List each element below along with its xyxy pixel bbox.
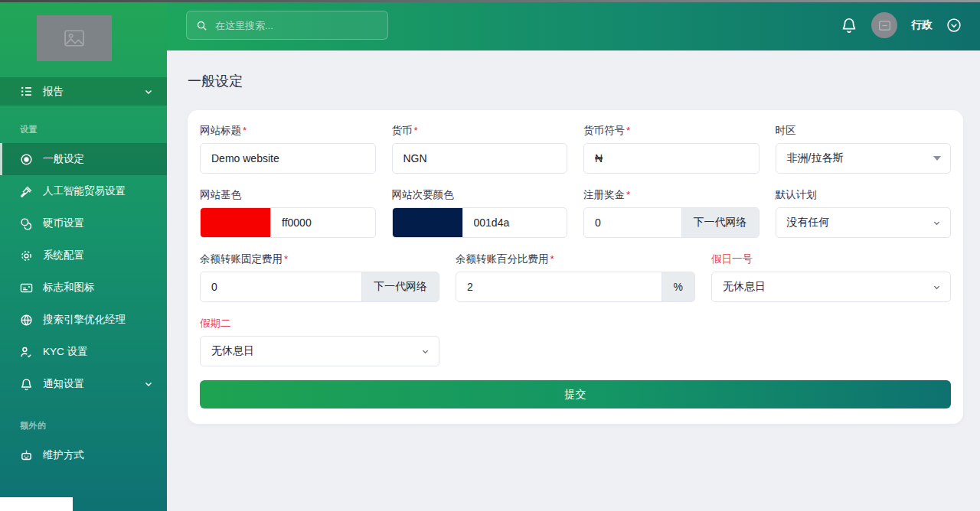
chevron-down-icon bbox=[144, 379, 153, 389]
percent-transfer-charge-addon: % bbox=[662, 272, 694, 301]
percent-transfer-charge-label: 余额转账百分比费用* bbox=[456, 252, 695, 266]
sidebar-item-label: 硬币设置 bbox=[43, 216, 167, 230]
sidebar-item-kyc-settings[interactable]: KYC 设置 bbox=[0, 336, 167, 368]
logo[interactable] bbox=[37, 15, 112, 61]
currency-input[interactable] bbox=[393, 144, 567, 173]
timezone-label: 时区 bbox=[776, 124, 952, 138]
bell-icon bbox=[20, 378, 33, 391]
holiday-one-selected-value: 无休息日 bbox=[723, 280, 933, 294]
sidebar-item-general-settings[interactable]: 一般设定 bbox=[0, 143, 167, 175]
image-card-icon bbox=[20, 282, 33, 295]
sidebar-item-label: 维护方式 bbox=[43, 448, 167, 462]
sidebar-item-label: KYC 设置 bbox=[43, 345, 167, 359]
base-color-input[interactable] bbox=[271, 208, 375, 237]
secondary-color-swatch[interactable] bbox=[393, 208, 463, 237]
coins-icon bbox=[20, 217, 33, 230]
bullseye-icon bbox=[20, 153, 33, 166]
site-title-input[interactable] bbox=[201, 144, 375, 173]
sidebar-item-label: 一般设定 bbox=[43, 152, 167, 166]
currency-symbol-input[interactable] bbox=[584, 144, 759, 173]
user-check-icon bbox=[20, 346, 33, 359]
avatar[interactable] bbox=[871, 12, 897, 38]
globe-icon bbox=[20, 314, 33, 327]
percent-transfer-charge-input[interactable] bbox=[456, 272, 662, 301]
user-name[interactable]: 行政 bbox=[911, 18, 933, 32]
sidebar-item-label: 标志和图标 bbox=[43, 281, 167, 295]
sidebar-section-settings: 设置 bbox=[0, 113, 167, 143]
required-asterisk: * bbox=[243, 125, 247, 136]
sidebar-section-extra: 额外的 bbox=[0, 400, 167, 439]
main-content: 一般设定 网站标题* 货币* 货币符号* 时区 非洲/拉各斯 bbox=[167, 50, 980, 511]
sidebar-item-logo-icons[interactable]: 标志和图标 bbox=[0, 272, 167, 304]
secondary-color-input[interactable] bbox=[463, 208, 567, 237]
required-asterisk: * bbox=[626, 125, 630, 136]
sidebar-item-label: 通知设置 bbox=[43, 377, 144, 391]
avatar-image-icon bbox=[879, 21, 890, 31]
chevron-down-icon bbox=[933, 283, 941, 291]
submit-button[interactable]: 提交 bbox=[200, 380, 951, 408]
list-icon bbox=[20, 85, 33, 98]
holiday-two-label: 假期二 bbox=[200, 317, 439, 330]
chevron-down-icon bbox=[144, 87, 153, 96]
sidebar-item-notification-settings[interactable]: 通知设置 bbox=[0, 368, 167, 400]
top-edge-strip bbox=[0, 0, 980, 2]
default-plan-select[interactable]: 没有任何 bbox=[776, 207, 952, 238]
default-plan-label: 默认计划 bbox=[776, 188, 952, 202]
registration-bonus-addon: 下一代网络 bbox=[681, 208, 759, 237]
required-asterisk: * bbox=[284, 253, 288, 265]
holiday-two-selected-value: 无休息日 bbox=[211, 344, 421, 358]
registration-bonus-label: 注册奖金* bbox=[583, 188, 760, 202]
fixed-transfer-charge-input[interactable] bbox=[201, 272, 361, 301]
gear-icon bbox=[20, 249, 33, 262]
general-settings-card: 网站标题* 货币* 货币符号* 时区 非洲/拉各斯 bbox=[188, 110, 963, 424]
chevron-down-icon bbox=[421, 347, 430, 356]
required-asterisk: * bbox=[550, 253, 554, 265]
logo-placeholder-icon bbox=[64, 30, 84, 47]
sidebar-item-system-configuration[interactable]: 系统配置 bbox=[0, 239, 167, 272]
holiday-two-select[interactable]: 无休息日 bbox=[200, 336, 439, 366]
sidebar-item-ai-trade-settings[interactable]: 人工智能贸易设置 bbox=[0, 175, 167, 207]
select-caret-icon bbox=[933, 156, 941, 161]
currency-label: 货币* bbox=[392, 124, 568, 138]
general-settings-form: 网站标题* 货币* 货币符号* 时区 非洲/拉各斯 bbox=[200, 124, 951, 408]
sidebar-item-label: 人工智能贸易设置 bbox=[43, 184, 167, 198]
sidebar-item-label: 系统配置 bbox=[43, 249, 167, 262]
sidebar-item-report[interactable]: 报告 bbox=[0, 77, 167, 106]
fixed-transfer-charge-label: 余额转账固定费用* bbox=[200, 252, 439, 266]
default-plan-selected-value: 没有任何 bbox=[787, 216, 933, 229]
currency-symbol-label: 货币符号* bbox=[583, 124, 760, 138]
search-input[interactable] bbox=[215, 20, 378, 31]
chevron-down-icon bbox=[933, 219, 941, 227]
search-box[interactable] bbox=[186, 11, 388, 40]
page-title: 一般设定 bbox=[188, 72, 961, 90]
holiday-one-select[interactable]: 无休息日 bbox=[711, 272, 951, 302]
base-color-label: 网站基色 bbox=[200, 188, 376, 202]
sidebar-item-label: 报告 bbox=[43, 85, 144, 99]
holiday-one-label: 假日一号 bbox=[711, 252, 951, 266]
sidebar: 报告 设置 一般设定 人工智能贸易设置 硬币设置 bbox=[0, 0, 167, 511]
topbar: 行政 bbox=[167, 0, 980, 50]
registration-bonus-input[interactable] bbox=[584, 208, 681, 237]
bottom-left-overlay bbox=[0, 497, 73, 511]
robot-icon bbox=[20, 449, 33, 462]
base-color-swatch[interactable] bbox=[201, 208, 271, 237]
required-asterisk: * bbox=[414, 125, 418, 136]
secondary-color-label: 网站次要颜色 bbox=[392, 188, 568, 202]
fixed-transfer-charge-addon: 下一代网络 bbox=[361, 272, 439, 301]
gavel-icon bbox=[20, 185, 33, 198]
search-icon bbox=[196, 20, 207, 31]
sidebar-item-label: 搜索引擎优化经理 bbox=[43, 313, 167, 327]
sidebar-item-maintenance-mode[interactable]: 维护方式 bbox=[0, 439, 167, 471]
timezone-selected-value: 非洲/拉各斯 bbox=[787, 151, 934, 165]
timezone-select[interactable]: 非洲/拉各斯 bbox=[776, 143, 952, 174]
required-asterisk: * bbox=[626, 189, 630, 200]
notifications-bell-icon[interactable] bbox=[841, 17, 858, 34]
chevron-down-circle-icon[interactable] bbox=[946, 18, 962, 33]
sidebar-item-coin-settings[interactable]: 硬币设置 bbox=[0, 207, 167, 239]
sidebar-item-seo-manager[interactable]: 搜索引擎优化经理 bbox=[0, 304, 167, 336]
site-title-label: 网站标题* bbox=[200, 124, 376, 138]
